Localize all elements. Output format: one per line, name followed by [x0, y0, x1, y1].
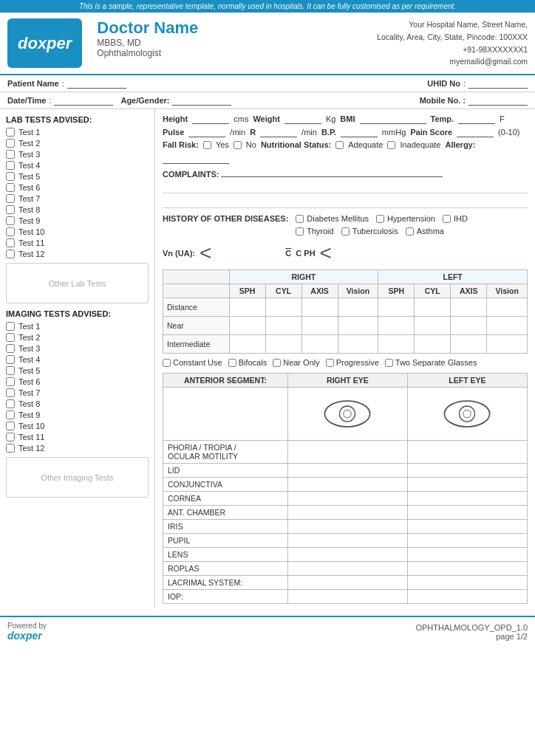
imaging-test-item: Test 4	[6, 355, 149, 364]
lab-test-item: Test 4	[6, 161, 149, 170]
right-sph: SPH	[229, 284, 265, 298]
fall-risk-yes-cb[interactable]	[203, 141, 211, 149]
patient-name-value[interactable]	[67, 78, 126, 89]
right-eye-drawing-cell	[287, 388, 407, 441]
history-item: Asthma	[406, 227, 444, 236]
lab-test-item: Test 7	[6, 194, 149, 203]
vitals-row-1: Height cms Weight Kg BMI Temp. F	[163, 114, 528, 124]
complaints-line-1	[163, 182, 528, 193]
uhid-value[interactable]	[468, 78, 528, 89]
main-content: LAB TESTS ADVISED: Test 1 Test 2 Test 3 …	[0, 109, 535, 608]
anterior-section: ANTERIOR SEGMENT: RIGHT EYE LEFT EYE	[163, 373, 528, 604]
glasses-option: Progressive	[326, 358, 379, 367]
vn-row: Vn (UA): < C C PH <	[163, 241, 528, 265]
imaging-test-item: Test 6	[6, 377, 149, 386]
history-row2: Thyroid Tuberculosis Asthma	[163, 227, 528, 236]
uhid-label: UHID No	[427, 79, 460, 88]
age-gender-group: Age/Gender:	[120, 95, 231, 106]
hospital-name: Your Hospital Name, Street Name,	[377, 18, 528, 31]
r-value[interactable]	[260, 127, 297, 137]
fall-risk-no-cb[interactable]	[234, 141, 242, 149]
vn-symbol: <	[200, 241, 211, 265]
left-eye-drawing-cell	[407, 388, 527, 441]
colon-1: :	[62, 79, 64, 88]
anterior-row: PUPIL	[163, 534, 528, 548]
imaging-test-item: Test 2	[6, 333, 149, 342]
imaging-test-item: Test 5	[6, 366, 149, 375]
right-eye-header: RIGHT EYE	[287, 374, 407, 388]
lab-test-item: Test 9	[6, 216, 149, 225]
left-eye-header: LEFT EYE	[407, 374, 527, 388]
vision-table: RIGHT LEFT SPH CYL AXIS Vision SPH CYL	[163, 269, 528, 354]
pulse-value[interactable]	[188, 127, 225, 137]
top-banner: This is a sample, representative templat…	[0, 0, 535, 13]
hospital-info: Your Hospital Name, Street Name, Localit…	[377, 18, 528, 68]
svg-point-4	[460, 406, 475, 422]
anterior-row: CORNEA	[163, 492, 528, 506]
anterior-row: LENS	[163, 548, 528, 562]
cph-section: C C PH <	[285, 241, 332, 265]
nutritional-adequate-cb[interactable]	[335, 141, 344, 149]
anterior-row: LACRIMAL SYSTEM:	[163, 576, 528, 590]
right-eye-svg	[321, 397, 373, 430]
anterior-row: IRIS	[163, 520, 528, 534]
pain-value[interactable]	[457, 127, 494, 137]
history-item: Hypertension	[376, 214, 435, 223]
height-value[interactable]	[192, 114, 229, 124]
imaging-test-item: Test 9	[6, 410, 149, 419]
bmi-value[interactable]	[360, 114, 426, 124]
history-title: HISTORY OF OTHER DISEASES:	[163, 214, 288, 223]
nutritional-inadequate-cb[interactable]	[387, 141, 395, 149]
cph-symbol: <	[320, 241, 332, 265]
doctor-degree: MBBS, MD Ophthalmologist	[97, 38, 369, 58]
svg-point-2	[344, 410, 352, 418]
glasses-option: Two Separate Glasses	[385, 358, 477, 367]
right-panel: Height cms Weight Kg BMI Temp. F Pulse /…	[155, 109, 535, 608]
anterior-title-cell: ANTERIOR SEGMENT:	[163, 374, 288, 388]
glasses-option: Bifocals	[228, 358, 268, 367]
imaging-tests-list: Test 1 Test 2 Test 3 Test 4 Test 5 Test …	[6, 322, 149, 453]
left-header: LEFT	[378, 270, 528, 284]
complaints-row: COMPLAINTS:	[163, 167, 528, 179]
imaging-test-item: Test 8	[6, 399, 149, 408]
footer-right: OPHTHALMOLOGY_OPD_1.0 page 1/2	[415, 623, 528, 641]
hospital-email: myemailid@gmail.com	[377, 55, 528, 68]
history-item: Diabetes Mellitus	[296, 214, 369, 223]
lab-test-item: Test 2	[6, 139, 149, 148]
vision-table-row: Near	[163, 317, 528, 335]
history-item: Tuberculosis	[341, 227, 398, 236]
complaints-line-2	[163, 196, 528, 208]
date-value[interactable]	[54, 95, 113, 106]
c-overline: C	[285, 249, 291, 258]
left-vision: Vision	[487, 284, 528, 298]
header: doxper Doctor Name MBBS, MD Ophthalmolog…	[0, 13, 535, 75]
uhid-group: UHID No :	[427, 78, 528, 89]
doctor-name: Doctor Name	[97, 18, 369, 38]
date-group: Date/Time :	[7, 95, 113, 106]
complaints-value[interactable]	[221, 167, 443, 177]
left-cyl: CYL	[415, 284, 451, 298]
allergy-value[interactable]	[163, 154, 229, 164]
imaging-test-item: Test 7	[6, 388, 149, 397]
anterior-row: IOP:	[163, 590, 528, 604]
other-imaging-tests-box[interactable]: Other Imaging Tests	[6, 457, 149, 498]
age-gender-value[interactable]	[172, 95, 231, 106]
lab-test-item: Test 3	[6, 150, 149, 159]
right-header: RIGHT	[229, 270, 378, 284]
lab-test-item: Test 8	[6, 205, 149, 214]
bp-value[interactable]	[341, 127, 378, 137]
mobile-value[interactable]	[468, 95, 528, 106]
weight-value[interactable]	[284, 114, 321, 124]
lab-test-item: Test 1	[6, 128, 149, 137]
patient-row-2: Date/Time : Age/Gender: Mobile No. :	[0, 92, 535, 109]
temp-value[interactable]	[458, 114, 495, 124]
template-id: OPHTHALMOLOGY_OPD_1.0	[415, 623, 528, 632]
history-item: IHD	[443, 214, 468, 223]
svg-point-0	[325, 401, 370, 427]
other-lab-tests-box[interactable]: Other Lab Tests	[6, 263, 149, 303]
history-item: Thyroid	[296, 227, 334, 236]
glasses-option: Constant Use	[163, 358, 222, 367]
anterior-row: PHORIA / TROPIA /OCULAR MOTILITY	[163, 441, 528, 464]
glasses-options: Constant Use Bifocals Near Only Progress…	[163, 358, 528, 367]
svg-point-3	[445, 401, 490, 427]
